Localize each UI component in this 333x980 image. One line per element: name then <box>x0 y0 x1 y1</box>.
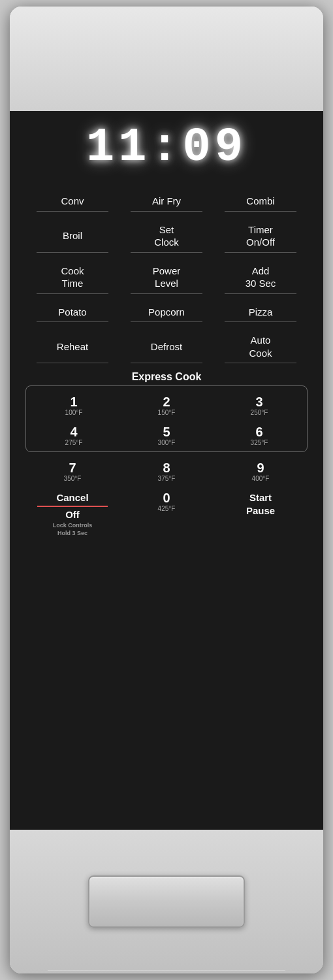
express-cook-label: Express Cook <box>25 371 308 383</box>
num-6-button[interactable]: 6 325°F <box>213 419 306 449</box>
num-2-button[interactable]: 2 150°F <box>120 389 213 419</box>
num-8-button[interactable]: 8 375°F <box>119 455 214 485</box>
num-0-button[interactable]: 0 425°F <box>119 485 214 540</box>
num-5-button[interactable]: 5 300°F <box>120 419 213 449</box>
numpad-grid-row3: 7 350°F 8 375°F 9 400°F <box>25 455 308 485</box>
combi-button[interactable]: Combi <box>214 186 308 214</box>
top-decorative-panel <box>10 7 323 111</box>
microwave-panel: 11:09 Conv Air Fry Combi Broil SetClock … <box>10 7 323 973</box>
start-pause-button[interactable]: StartPause <box>214 485 308 540</box>
num-9-button[interactable]: 9 400°F <box>214 455 308 485</box>
potato-button[interactable]: Potato <box>25 297 119 325</box>
add-30-sec-button[interactable]: Add30 Sec <box>214 255 308 297</box>
function-buttons-grid: Conv Air Fry Combi Broil SetClock TimerO… <box>25 186 308 366</box>
express-cook-bracket: 1 100°F 2 150°F 3 250°F 4 275°F 5 300° <box>25 385 308 452</box>
reheat-button[interactable]: Reheat <box>25 325 119 366</box>
air-fry-button[interactable]: Air Fry <box>119 186 214 214</box>
num-1-button[interactable]: 1 100°F <box>27 389 120 419</box>
numpad-grid-row1-2: 1 100°F 2 150°F 3 250°F 4 275°F 5 300° <box>27 389 306 449</box>
set-clock-button[interactable]: SetClock <box>119 214 214 255</box>
control-panel: 11:09 Conv Air Fry Combi Broil SetClock … <box>10 111 323 830</box>
num-3-button[interactable]: 3 250°F <box>213 389 306 419</box>
display-area: 11:09 <box>25 124 308 179</box>
bottom-row: Cancel Off Lock ControlsHold 3 Sec 0 425… <box>25 485 308 540</box>
popcorn-button[interactable]: Popcorn <box>119 297 214 325</box>
pizza-button[interactable]: Pizza <box>214 297 308 325</box>
cancel-off-button[interactable]: Cancel Off Lock ControlsHold 3 Sec <box>25 485 119 540</box>
conv-button[interactable]: Conv <box>25 186 119 214</box>
auto-cook-button[interactable]: AutoCook <box>214 325 308 366</box>
defrost-button[interactable]: Defrost <box>119 325 214 366</box>
cancel-underline <box>37 506 108 507</box>
cook-time-button[interactable]: CookTime <box>25 255 119 297</box>
num-4-button[interactable]: 4 275°F <box>27 419 120 449</box>
broil-button[interactable]: Broil <box>25 214 119 255</box>
door-handle[interactable] <box>88 875 245 928</box>
bottom-handle-area <box>10 830 323 973</box>
num-7-button[interactable]: 7 350°F <box>25 455 119 485</box>
clock-display: 11:09 <box>86 124 247 171</box>
timer-on-off-button[interactable]: TimerOn/Off <box>214 214 308 255</box>
power-level-button[interactable]: PowerLevel <box>119 255 214 297</box>
